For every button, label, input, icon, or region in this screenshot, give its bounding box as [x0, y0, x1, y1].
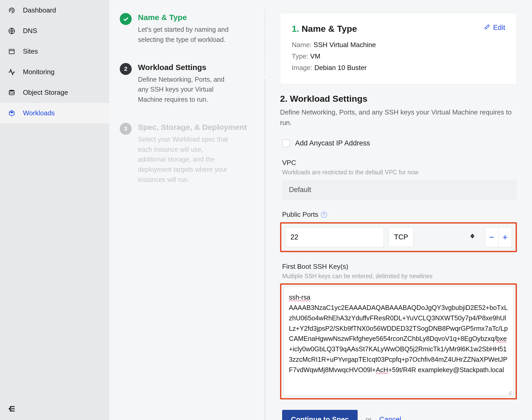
protocol-select[interactable]: TCP — [389, 227, 414, 247]
vpc-field: VPC Workloads are restricted to the defa… — [280, 159, 517, 200]
vpc-hint: Workloads are restricted to the default … — [282, 169, 517, 176]
edit-label: Edit — [493, 24, 505, 32]
type-key: Type: — [292, 52, 308, 60]
check-icon — [120, 13, 132, 25]
activity-icon — [8, 68, 16, 76]
main-content: 1. Name & Type Edit Name: SSH Virtual Ma… — [265, 0, 532, 420]
sidebar-item-dns[interactable]: DNS — [0, 21, 109, 41]
type-value: VM — [310, 52, 320, 60]
ssh-label: First Boot SSH Key(s) — [282, 263, 517, 271]
sidebar-item-label: Monitoring — [23, 68, 54, 76]
ssh-keys-textarea[interactable]: ssh-rsa AAAAB3NzaC1yc2EAAAADAQABAAABAQDo… — [283, 287, 514, 396]
ports-label: Public Ports — [282, 211, 318, 219]
ssh-keys-field: First Boot SSH Key(s) Multiple SSH keys … — [280, 263, 517, 399]
step-desc: Let's get started by naming and selectin… — [138, 24, 232, 45]
sidebar: Dashboard DNS Sites Monitoring Object St… — [0, 0, 109, 420]
sidebar-item-workloads[interactable]: Workloads — [0, 103, 109, 123]
pencil-icon — [484, 24, 490, 32]
section-title: 2. Workload Settings — [280, 94, 517, 104]
anycast-checkbox-row[interactable]: Add Anycast IP Address — [282, 139, 517, 147]
sidebar-item-label: Sites — [23, 47, 38, 55]
divider — [265, 10, 265, 75]
sidebar-item-sites[interactable]: Sites — [0, 41, 109, 62]
port-number-input[interactable] — [285, 227, 384, 247]
step-number-badge: 2 — [120, 63, 132, 75]
svg-point-3 — [9, 90, 14, 92]
sidebar-item-label: Dashboard — [23, 6, 56, 14]
sidebar-item-label: Workloads — [23, 109, 55, 117]
step-desc: Select your Workload spec that each inst… — [138, 134, 232, 185]
sidebar-item-label: Object Storage — [23, 88, 68, 97]
help-icon[interactable]: ? — [321, 212, 327, 218]
globe-icon — [8, 27, 16, 35]
workload-settings-section: 2. Workload Settings Define Networking, … — [280, 94, 517, 420]
or-text: or — [365, 416, 371, 420]
step-desc: Define Networking, Ports, and any SSH ke… — [138, 74, 232, 105]
section-desc: Define Networking, Ports, and any SSH ke… — [280, 107, 517, 128]
name-key: Name: — [292, 41, 312, 49]
public-ports-field: Public Ports ? TCP − + — [280, 211, 517, 252]
step-name-type[interactable]: Name & Type Let's get started by naming … — [120, 13, 255, 45]
step-title: Spec, Storage, & Deployment — [138, 123, 247, 132]
dashboard-icon — [8, 7, 16, 14]
database-icon — [8, 89, 16, 97]
vpc-label: VPC — [282, 159, 517, 167]
sidebar-item-object-storage[interactable]: Object Storage — [0, 82, 109, 103]
ssh-highlight-box: ssh-rsa AAAAB3NzaC1yc2EAAAADAQABAAABAQDo… — [280, 283, 517, 399]
sidebar-item-label: DNS — [23, 27, 37, 35]
step-spec-storage-deployment[interactable]: 3 Spec, Storage, & Deployment Select you… — [120, 123, 255, 185]
image-key: Image: — [292, 64, 313, 72]
resize-handle-icon[interactable] — [506, 389, 512, 395]
ssh-hint: Multiple SSH keys can be entered, delimi… — [282, 273, 517, 280]
sidebar-item-dashboard[interactable]: Dashboard — [0, 0, 109, 21]
steps-column: Name & Type Let's get started by naming … — [109, 0, 265, 420]
card-title: 1. Name & Type — [292, 24, 357, 34]
add-port-button[interactable]: + — [498, 227, 512, 247]
step-title: Name & Type — [138, 13, 232, 22]
summary-card-name-type: 1. Name & Type Edit Name: SSH Virtual Ma… — [280, 13, 517, 84]
remove-port-button[interactable]: − — [485, 227, 498, 247]
collapse-sidebar-button[interactable] — [6, 403, 17, 414]
window-icon — [8, 48, 16, 55]
image-value: Debian 10 Buster — [314, 64, 367, 72]
step-number-badge: 3 — [120, 123, 132, 135]
box-icon — [8, 109, 16, 117]
step-title: Workload Settings — [138, 63, 232, 72]
continue-button[interactable]: Continue to Spec — [282, 410, 358, 420]
edit-button[interactable]: Edit — [484, 24, 505, 32]
anycast-label: Add Anycast IP Address — [295, 139, 370, 147]
cancel-button[interactable]: Cancel — [379, 416, 401, 420]
anycast-checkbox[interactable] — [282, 139, 290, 147]
svg-rect-1 — [9, 49, 14, 54]
divider — [265, 78, 265, 420]
ports-highlight-box: TCP − + — [280, 222, 517, 252]
form-actions: Continue to Spec or Cancel — [282, 410, 517, 420]
sidebar-item-monitoring[interactable]: Monitoring — [0, 62, 109, 82]
step-workload-settings[interactable]: 2 Workload Settings Define Networking, P… — [120, 63, 255, 105]
name-value: SSH Virtual Machine — [314, 41, 376, 49]
vpc-value-box: Default — [282, 180, 517, 200]
